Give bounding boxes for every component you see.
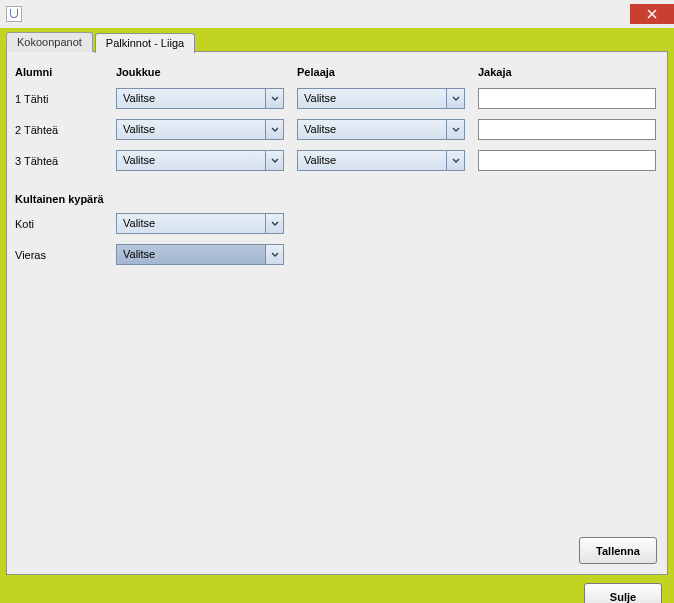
koti-select[interactable]: Valitse	[116, 213, 284, 234]
content-area: Kokoonpanot Palkinnot - Liiga Alumni Jou…	[0, 32, 674, 603]
chevron-down-icon	[446, 120, 464, 139]
chevron-down-icon	[265, 89, 283, 108]
joukkue-select-1[interactable]: Valitse	[116, 88, 284, 109]
titlebar	[0, 0, 674, 28]
tallenna-button[interactable]: Tallenna	[579, 537, 657, 564]
footer: Sulje	[6, 575, 668, 603]
combo-text: Valitse	[298, 89, 446, 108]
chevron-down-icon	[265, 151, 283, 170]
chevron-down-icon	[265, 120, 283, 139]
combo-text: Valitse	[117, 120, 265, 139]
joukkue-select-3[interactable]: Valitse	[116, 150, 284, 171]
col-header-jakaja: Jakaja	[478, 66, 658, 78]
jakaja-input-2[interactable]	[478, 119, 656, 140]
row-label: 1 Tähti	[15, 93, 110, 105]
tab-kokoonpanot[interactable]: Kokoonpanot	[6, 32, 93, 52]
combo-text: Valitse	[117, 214, 265, 233]
combo-text: Valitse	[117, 151, 265, 170]
col-header-pelaaja: Pelaaja	[297, 66, 472, 78]
combo-text: Valitse	[117, 245, 265, 264]
pelaaja-select-3[interactable]: Valitse	[297, 150, 465, 171]
section-title-kultainen-kypara: Kultainen kypärä	[15, 193, 659, 205]
col-header-alumni: Alumni	[15, 66, 110, 78]
chevron-down-icon	[446, 89, 464, 108]
close-icon	[647, 9, 657, 19]
chevron-down-icon	[446, 151, 464, 170]
close-button[interactable]	[630, 4, 674, 24]
sulje-button[interactable]: Sulje	[584, 583, 662, 603]
combo-text: Valitse	[117, 89, 265, 108]
pelaaja-select-1[interactable]: Valitse	[297, 88, 465, 109]
row-label: Vieras	[15, 249, 110, 261]
row-label: Koti	[15, 218, 110, 230]
combo-text: Valitse	[298, 151, 446, 170]
joukkue-select-2[interactable]: Valitse	[116, 119, 284, 140]
vieras-select[interactable]: Valitse	[116, 244, 284, 265]
jakaja-input-1[interactable]	[478, 88, 656, 109]
chevron-down-icon	[265, 214, 283, 233]
row-label: 3 Tähteä	[15, 155, 110, 167]
tab-panel: Alumni Joukkue Pelaaja Jakaja 1 Tähti Va…	[6, 51, 668, 575]
java-icon	[6, 6, 22, 22]
row-label: 2 Tähteä	[15, 124, 110, 136]
awards-grid: Alumni Joukkue Pelaaja Jakaja 1 Tähti Va…	[15, 66, 659, 171]
pelaaja-select-2[interactable]: Valitse	[297, 119, 465, 140]
chevron-down-icon	[265, 245, 283, 264]
jakaja-input-3[interactable]	[478, 150, 656, 171]
combo-text: Valitse	[298, 120, 446, 139]
col-header-joukkue: Joukkue	[116, 66, 291, 78]
tab-palkinnot-liiga[interactable]: Palkinnot - Liiga	[95, 33, 195, 53]
app-window: Kokoonpanot Palkinnot - Liiga Alumni Jou…	[0, 0, 674, 603]
tabs: Kokoonpanot Palkinnot - Liiga Alumni Jou…	[6, 32, 668, 575]
kypara-grid: Koti Valitse Vieras Valitse	[15, 213, 659, 265]
